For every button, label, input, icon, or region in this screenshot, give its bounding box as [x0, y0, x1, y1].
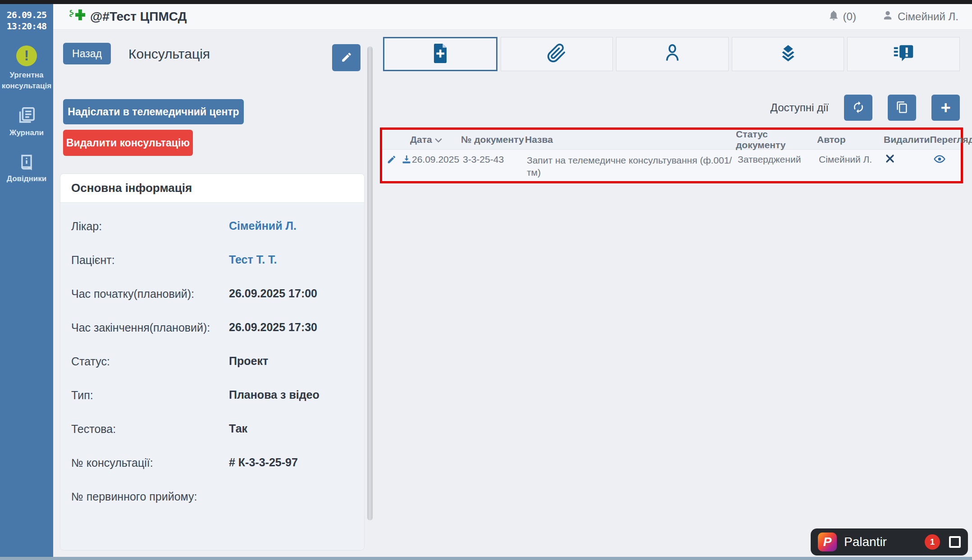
column-header-delete: Видалити [884, 134, 930, 145]
field-end-time: Час закінчення(плановий): 26.09.2025 17:… [71, 310, 353, 344]
column-header-view: Перегляд [930, 134, 972, 145]
field-value: Планова з відео [229, 388, 319, 401]
field-value: 26.09.2025 17:30 [229, 321, 317, 334]
field-doctor: Лікар: Сімейний Л. [71, 209, 353, 243]
field-value: Проект [229, 355, 268, 368]
sidebar-item-label: Ургентна [1, 70, 52, 81]
cell-date: 26.09.2025 [412, 154, 463, 165]
row-edit-button[interactable] [387, 155, 397, 166]
column-header-date[interactable]: Дата [410, 134, 432, 145]
panel-scrollbar[interactable] [367, 46, 373, 520]
pencil-icon [341, 51, 352, 64]
sidebar-item-urgent-consultation[interactable]: ! Ургентна консультація [1, 46, 52, 91]
documents-table-highlighted: Дата № документу Назва Статус документу … [380, 127, 963, 183]
urgent-exclamation-icon: ! [16, 46, 37, 66]
field-label: № консультації: [71, 455, 229, 470]
field-label: Лікар: [71, 219, 229, 234]
doctor-link[interactable]: Сімейний Л. [229, 219, 297, 232]
field-primary-visit-number: № первинного прийому: [71, 479, 353, 513]
bell-icon [828, 9, 840, 24]
field-consultation-number: № консультації: # К-3-3-25-97 [71, 446, 353, 479]
user-name: Сімейний Л. [898, 10, 958, 23]
document-tabs [383, 37, 960, 71]
x-icon [885, 154, 894, 164]
cell-number: 3-3-25-43 [463, 154, 527, 165]
medical-cross-logo-icon [68, 8, 86, 26]
field-label: Статус: [71, 354, 229, 369]
field-type: Тип: Планова з відео [71, 378, 353, 412]
expand-square-icon[interactable] [949, 536, 961, 548]
palantir-label: Palantir [844, 535, 887, 549]
clock-time: 13:20:48 [7, 21, 46, 32]
copy-icon [896, 101, 908, 115]
window-top-edge [0, 0, 972, 4]
tab-participants[interactable] [616, 37, 729, 71]
field-label: Час закінчення(плановий): [71, 320, 229, 335]
notification-badge[interactable]: 1 [925, 534, 940, 550]
delete-consultation-button[interactable]: Видалити консультацію [63, 130, 193, 156]
field-label: Тип: [71, 387, 229, 403]
download-icon [401, 154, 412, 166]
cell-status: Затверджений [738, 154, 819, 165]
sidebar-item-label: Довідники [1, 173, 52, 184]
add-button[interactable]: + [931, 95, 960, 121]
row-view-button[interactable] [934, 154, 945, 165]
field-label: № первинного прийому: [71, 489, 229, 504]
field-test: Тестова: Так [71, 412, 353, 446]
refresh-button[interactable] [844, 95, 872, 121]
table-row: 26.09.2025 3-3-25-43 Запит на телемедичн… [382, 150, 961, 178]
field-label: Час початку(плановий): [71, 286, 229, 301]
field-value: # К-3-3-25-97 [229, 456, 298, 469]
chat-alert-icon [893, 43, 914, 65]
row-download-button[interactable] [401, 154, 412, 166]
palantir-widget[interactable]: P Palantir 1 [811, 528, 968, 555]
table-header: Дата № документу Назва Статус документу … [382, 130, 961, 150]
refresh-icon [852, 100, 865, 115]
clock-date: 26.09.25 [7, 9, 46, 21]
notifications-count: (0) [843, 10, 856, 23]
available-actions: Доступні дії + [771, 95, 960, 121]
notifications-button[interactable]: (0) [828, 9, 856, 24]
sidebar-item-label: консультація [1, 81, 52, 91]
section-title: Основна інформація [60, 174, 364, 203]
back-button[interactable]: Назад [63, 43, 111, 64]
sidebar-item-journals[interactable]: Журнали [1, 105, 52, 138]
send-to-telemedicine-center-button[interactable]: Надіслати в телемедичний центр [63, 99, 244, 124]
app-title: @#Тест ЦПМСД [68, 8, 187, 26]
tab-documents[interactable] [383, 37, 497, 71]
tab-attachments[interactable] [501, 37, 613, 71]
column-header-number: № документу [461, 134, 525, 145]
copy-button[interactable] [888, 95, 916, 121]
edit-button[interactable] [332, 44, 361, 71]
field-status: Статус: Проект [71, 344, 353, 378]
sort-descending-icon[interactable] [435, 134, 442, 145]
pencil-icon [387, 155, 397, 166]
clock: 26.09.25 13:20:48 [7, 9, 46, 32]
app-title-text: @#Тест ЦПМСД [90, 9, 187, 24]
sidebar-item-directories[interactable]: Довідники [1, 152, 52, 184]
medical-document-icon [431, 43, 450, 65]
column-header-status: Статус документу [736, 129, 817, 150]
sidebar: 26.09.25 13:20:48 ! Ургентна консультаці… [0, 4, 53, 557]
directories-book-icon [17, 152, 37, 172]
user-avatar-icon [881, 9, 894, 24]
plus-icon: + [940, 99, 950, 116]
paperclip-icon [547, 43, 566, 65]
tab-stages[interactable] [732, 37, 844, 71]
eye-icon [934, 154, 945, 165]
tab-comments[interactable] [847, 37, 960, 71]
main-info-card: Основна інформація Лікар: Сімейний Л. Па… [60, 173, 365, 551]
cell-name: Запит на телемедичне консультування (ф.0… [527, 154, 738, 178]
row-delete-button[interactable] [885, 154, 894, 164]
field-label: Пацієнт: [71, 252, 229, 268]
user-menu[interactable]: Сімейний Л. [881, 9, 958, 24]
person-icon [662, 43, 682, 65]
field-label: Тестова: [71, 421, 229, 437]
cell-author: Сімейний Л. [819, 154, 885, 165]
field-value: Так [229, 422, 247, 435]
sidebar-item-label: Журнали [1, 127, 52, 138]
field-patient: Пацієнт: Тест Т. Т. [71, 243, 353, 277]
layers-icon [778, 43, 798, 65]
column-header-author: Автор [817, 134, 884, 145]
patient-link[interactable]: Тест Т. Т. [229, 253, 277, 266]
